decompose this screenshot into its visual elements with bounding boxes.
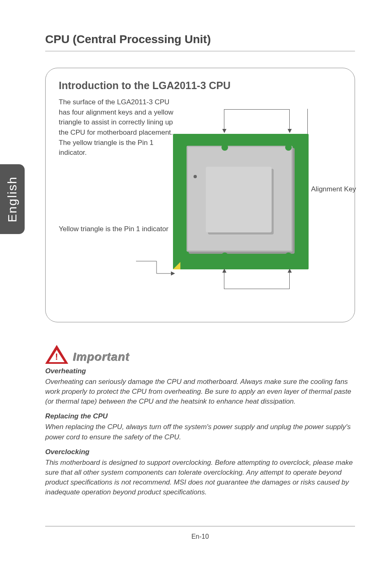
- page-number: En-10: [45, 526, 355, 540]
- card-title: Introduction to the LGA2011-3 CPU: [59, 80, 341, 92]
- alignment-bracket-bottom: [224, 273, 290, 289]
- replacing-body: When replacing the CPU, always turn off …: [45, 422, 355, 442]
- intro-card: Introduction to the LGA2011-3 CPU The su…: [45, 68, 355, 322]
- alignment-key-notch: [285, 253, 292, 259]
- alignment-key-label: Alignment Key: [311, 185, 356, 193]
- arrow-down-icon: [222, 129, 226, 133]
- overheating-heading: Overheating: [45, 367, 355, 375]
- pin1-note: Yellow triangle is the Pin 1 indicator: [59, 224, 168, 234]
- language-tab: English: [0, 164, 25, 234]
- replacing-heading: Replacing the CPU: [45, 412, 355, 420]
- important-header: ! Important: [45, 345, 355, 364]
- alignment-key-notch: [221, 144, 228, 151]
- alignment-key-notch: [221, 253, 228, 259]
- arrow-up-icon: [222, 269, 226, 273]
- alignment-bracket-top: [224, 109, 290, 130]
- arrow-down-icon: [288, 129, 292, 133]
- overclocking-heading: Overclocking: [45, 448, 355, 456]
- cpu-dot-icon: [194, 175, 197, 178]
- cpu-package: [173, 134, 309, 269]
- overheating-body: Overheating can seriously damage the CPU…: [45, 377, 355, 407]
- cpu-diagram: Alignment Key: [173, 105, 350, 298]
- section-title: CPU (Central Processing Unit): [45, 33, 355, 51]
- pin1-leader-line: [136, 249, 185, 282]
- cpu-inner: [206, 167, 272, 232]
- important-block: ! Important Overheating Overheating can …: [45, 345, 355, 497]
- overclocking-body: This motherboard is designed to support …: [45, 458, 355, 498]
- arrow-up-icon: [288, 269, 292, 273]
- svg-marker-0: [171, 271, 175, 276]
- important-label: Important: [73, 351, 130, 364]
- alignment-key-notch: [285, 144, 292, 151]
- card-description: The surface of the LGA2011-3 CPU has fou…: [59, 97, 174, 158]
- language-tab-label: English: [5, 176, 19, 222]
- warning-triangle-icon: !: [45, 345, 68, 364]
